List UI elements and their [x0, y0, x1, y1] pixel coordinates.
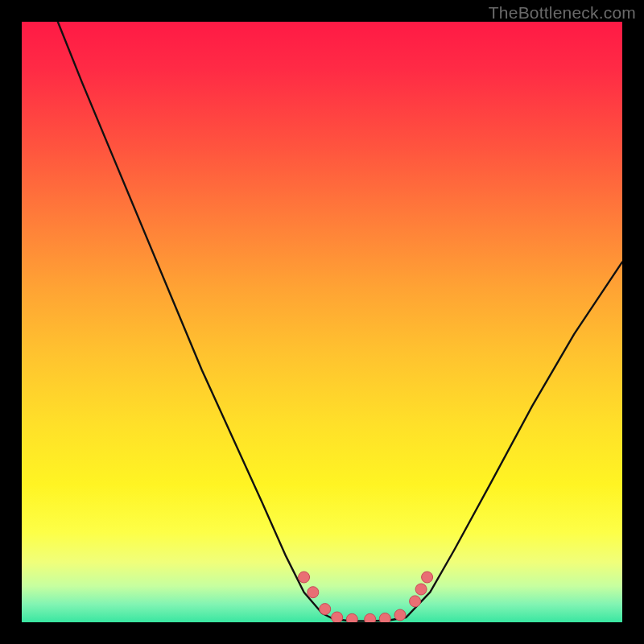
curve-marker: [379, 613, 390, 623]
curve-marker: [332, 612, 343, 622]
curve-marker: [410, 596, 421, 607]
curve-marker: [394, 609, 406, 621]
curve-marker: [299, 572, 310, 583]
curve-marker: [346, 613, 357, 622]
watermark-text: TheBottleneck.com: [489, 3, 636, 23]
bottleneck-curve: [58, 22, 622, 621]
curve-marker: [422, 572, 433, 583]
curve-marker: [365, 613, 376, 622]
curve-marker: [320, 604, 331, 615]
curve-marker: [308, 587, 319, 598]
chart-frame: [22, 22, 622, 622]
bottleneck-curve-plot: [22, 22, 622, 622]
curve-marker: [415, 584, 427, 595]
curve-markers: [299, 572, 433, 622]
